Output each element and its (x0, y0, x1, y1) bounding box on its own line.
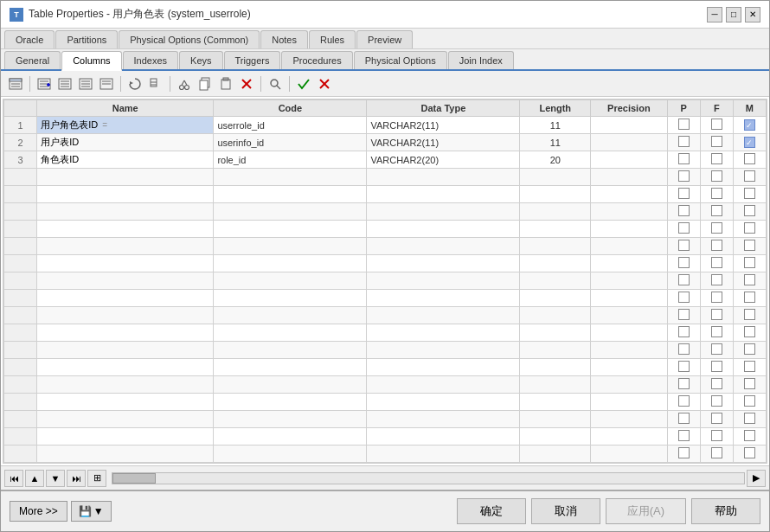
toolbar-properties-btn[interactable] (6, 74, 25, 93)
cell-code[interactable]: role_id (214, 151, 367, 169)
tab-rules[interactable]: Rules (309, 30, 356, 48)
window-icon: T (10, 8, 23, 22)
dropdown-icon: ▼ (93, 505, 104, 517)
tab-procedures[interactable]: Procedures (281, 51, 352, 69)
cancel-button[interactable]: 取消 (531, 498, 600, 524)
checkbox-f[interactable] (711, 119, 722, 130)
toolbar-copy-btn[interactable] (196, 74, 215, 93)
cell-f[interactable] (700, 117, 733, 134)
table-row-empty (4, 411, 767, 428)
cell-length[interactable]: 11 (520, 134, 591, 151)
toolbar-add-btn[interactable] (35, 74, 54, 93)
svg-line-36 (277, 86, 280, 89)
tab-preview[interactable]: Preview (356, 30, 413, 48)
checkbox-p[interactable] (678, 119, 690, 130)
toolbar-refresh-btn[interactable] (125, 74, 144, 93)
cell-p[interactable] (667, 117, 700, 134)
tab-row-1: Oracle Partitions Physical Options (Comm… (1, 29, 769, 49)
tab-partitions[interactable]: Partitions (55, 30, 118, 48)
table-row[interactable]: 2 用户表ID userinfo_id VARCHAR2(11) 11 (4, 134, 767, 151)
close-button[interactable]: ✕ (745, 7, 760, 22)
cell-f[interactable] (700, 151, 733, 169)
checkbox-p[interactable] (678, 153, 690, 164)
cell-m[interactable] (733, 117, 766, 134)
tab-indexes[interactable]: Indexes (123, 51, 179, 69)
cell-precision[interactable] (591, 151, 668, 169)
window-title: Table Properties - 用户角色表 (system_userrol… (29, 7, 251, 22)
maximize-button[interactable]: □ (726, 7, 741, 22)
help-button[interactable]: 帮助 (691, 498, 760, 524)
tab-general[interactable]: General (4, 51, 61, 69)
table-row-empty (4, 394, 767, 411)
tab-physical-options-common[interactable]: Physical Options (Common) (119, 30, 260, 48)
cell-code[interactable]: userrole_id (214, 117, 367, 134)
tab-columns[interactable]: Columns (61, 51, 121, 71)
nav-down-btn[interactable]: ▼ (46, 470, 65, 487)
checkbox-f[interactable] (711, 153, 722, 164)
cell-length[interactable]: 20 (520, 151, 591, 169)
cell-datatype[interactable]: VARCHAR2(20) (367, 151, 520, 169)
apply-button[interactable]: 应用(A) (606, 498, 686, 524)
nav-new-btn[interactable]: ⊞ (87, 470, 106, 487)
toolbar-cut-btn[interactable] (175, 74, 194, 93)
toolbar-insert-btn[interactable] (55, 74, 74, 93)
table-row-empty (4, 272, 767, 290)
cell-p[interactable] (667, 134, 700, 151)
cell-code[interactable]: userinfo_id (214, 134, 367, 151)
table-container: Name Code Data Type Length Precision P F… (3, 99, 767, 464)
toolbar-find-btn[interactable] (266, 74, 285, 93)
cell-f[interactable] (700, 134, 733, 151)
h-scrollbar-thumb[interactable] (112, 473, 156, 484)
h-scrollbar-track[interactable] (112, 472, 745, 484)
nav-last-btn[interactable]: ⏭ (67, 470, 86, 487)
cell-precision[interactable] (591, 134, 668, 151)
col-header-name: Name (37, 100, 214, 117)
checkbox-m[interactable] (744, 153, 755, 164)
cell-p[interactable] (667, 151, 700, 169)
cell-name[interactable]: 用户角色表ID = (37, 117, 214, 134)
h-scroll-right-btn[interactable]: ▶ (747, 470, 766, 487)
confirm-button[interactable]: 确定 (457, 498, 526, 524)
save-icon: 💾 (79, 505, 92, 517)
row-number: 2 (4, 134, 37, 151)
toolbar-col-props-btn[interactable] (97, 74, 116, 93)
table-row-empty (4, 376, 767, 394)
cell-m[interactable] (733, 134, 766, 151)
checkbox-p[interactable] (678, 136, 690, 147)
toolbar-uncheck-btn[interactable] (315, 74, 334, 93)
save-button[interactable]: 💾 ▼ (71, 501, 112, 522)
checkbox-m-checked[interactable] (744, 119, 755, 131)
checkbox-m-checked[interactable] (744, 137, 755, 148)
checkbox-f[interactable] (711, 136, 722, 147)
toolbar-check-btn[interactable] (294, 74, 313, 93)
col-header-precision: Precision (591, 100, 668, 117)
tab-keys[interactable]: Keys (179, 51, 222, 69)
cell-length[interactable]: 11 (520, 117, 591, 134)
toolbar-paste-btn[interactable] (216, 74, 235, 93)
table-row[interactable]: 1 用户角色表ID = userrole_id VARCHAR2(11) 11 (4, 117, 767, 134)
more-button[interactable]: More >> (10, 501, 67, 522)
table-row-empty (4, 359, 767, 376)
cell-datatype[interactable]: VARCHAR2(11) (367, 117, 520, 134)
cell-name[interactable]: 用户表ID (37, 134, 214, 151)
tab-physical-options[interactable]: Physical Options (354, 51, 447, 69)
nav-first-btn[interactable]: ⏮ (4, 470, 23, 487)
tab-notes[interactable]: Notes (260, 30, 308, 48)
tab-oracle[interactable]: Oracle (4, 30, 55, 48)
tab-join-index[interactable]: Join Index (448, 51, 514, 69)
table-row[interactable]: 3 角色表ID role_id VARCHAR2(20) 20 (4, 151, 767, 169)
table-row-empty (4, 169, 767, 186)
cell-datatype[interactable]: VARCHAR2(11) (367, 134, 520, 151)
minimize-button[interactable]: ─ (707, 7, 722, 22)
cell-precision[interactable] (591, 117, 668, 134)
table-row-empty (4, 324, 767, 342)
toolbar-select-btn[interactable] (146, 74, 165, 93)
cell-m[interactable] (733, 151, 766, 169)
tab-triggers[interactable]: Triggers (224, 51, 281, 69)
title-bar: T Table Properties - 用户角色表 (system_userr… (1, 1, 769, 29)
toolbar-delete-btn[interactable] (237, 74, 256, 93)
nav-up-btn[interactable]: ▲ (25, 470, 44, 487)
cell-name[interactable]: 角色表ID (37, 151, 214, 169)
content-area: Name Code Data Type Length Precision P F… (1, 97, 769, 490)
toolbar-delete-rows-btn[interactable] (76, 74, 95, 93)
